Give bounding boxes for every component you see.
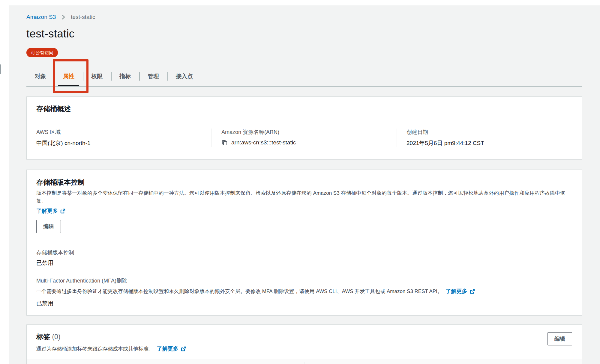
breadcrumb-chevron-icon [60,14,67,20]
external-link-icon [60,208,66,214]
scrollbar-thumb[interactable] [0,64,1,74]
bucket-overview-title: 存储桶概述 [36,104,572,114]
versioning-description: 版本控制是将某一对象的多个变体保留在同一存储桶中的一种方法。您可以使用版本控制来… [36,189,572,205]
aws-region-label: AWS 区域 [36,129,202,136]
creation-date-value: 2021年5月6日 pm9:44:12 CST [406,139,572,147]
external-link-icon [470,289,475,294]
tab-bar: 对象 属性 权限 指标 管理 接入点 [26,66,582,87]
tags-count: (0) [52,333,60,341]
tags-description: 通过为存储桶添加标签来跟踪存储成本或其他标准。 [36,346,154,352]
versioning-edit-button[interactable]: 编辑 [36,220,61,233]
breadcrumb: Amazon S3 test-static [26,5,582,20]
arn-value: arn:aws-cn:s3:::test-static [231,139,296,146]
aws-region-field: AWS 区域 中国(北京) cn-north-1 [27,129,212,147]
page-title: test-static [26,28,582,40]
versioning-title: 存储桶版本控制 [36,178,572,187]
bucket-overview-card: 存储桶概述 AWS 区域 中国(北京) cn-north-1 Amazon 资源… [26,96,582,159]
breadcrumb-link-amazon-s3[interactable]: Amazon S3 [26,14,56,20]
external-link-icon [181,346,186,352]
versioning-learn-more-link[interactable]: 了解更多 [36,207,66,215]
breadcrumb-current: test-static [71,14,95,20]
tags-edit-button[interactable]: 编辑 [548,332,572,345]
tags-learn-more-link[interactable]: 了解更多 [157,345,186,352]
tab-access-points[interactable]: 接入点 [167,66,201,86]
mfa-delete-value: 已禁用 [36,300,572,307]
versioning-status-label: 存储桶版本控制 [36,249,572,256]
tags-table-header: 键 值 [27,359,582,364]
tab-management[interactable]: 管理 [139,66,167,86]
public-access-badge: 可公有访问 [26,48,58,57]
creation-date-label: 创建日期 [406,129,572,136]
main-content: Amazon S3 test-static test-static 可公有访问 … [26,5,582,364]
tab-metrics[interactable]: 指标 [111,66,139,86]
mfa-delete-description: 一个需要通过多重身份验证才能更改存储桶版本控制设置和永久删除对象版本的额外安全层… [36,289,442,294]
tab-properties[interactable]: 属性 [55,66,83,86]
tags-card: 标签 (0) 通过为存储桶添加标签来跟踪存储成本或其他标准。 了解更多 [26,324,582,364]
mfa-learn-more-link[interactable]: 了解更多 [446,287,475,295]
bucket-versioning-card: 存储桶版本控制 版本控制是将某一对象的多个变体保留在同一存储桶中的一种方法。您可… [26,170,582,315]
mfa-delete-label: Multi-Factor Authentication (MFA)删除 [36,277,572,284]
copy-arn-icon[interactable] [221,140,228,146]
mfa-delete-block: Multi-Factor Authentication (MFA)删除 一个需要… [36,277,572,307]
aws-region-value: 中国(北京) cn-north-1 [36,139,202,147]
tags-column-value: 值 [304,362,582,364]
tab-permissions[interactable]: 权限 [83,66,111,86]
tags-title: 标签 [36,333,50,341]
left-panel [0,5,9,364]
versioning-status-value: 已禁用 [36,259,572,267]
arn-label: Amazon 资源名称(ARN) [221,129,387,136]
creation-date-field: 创建日期 2021年5月6日 pm9:44:12 CST [397,129,582,147]
tab-objects[interactable]: 对象 [26,66,55,86]
top-header-strip [0,0,600,5]
arn-field: Amazon 资源名称(ARN) arn:aws-cn:s3:::test-st… [212,129,397,147]
